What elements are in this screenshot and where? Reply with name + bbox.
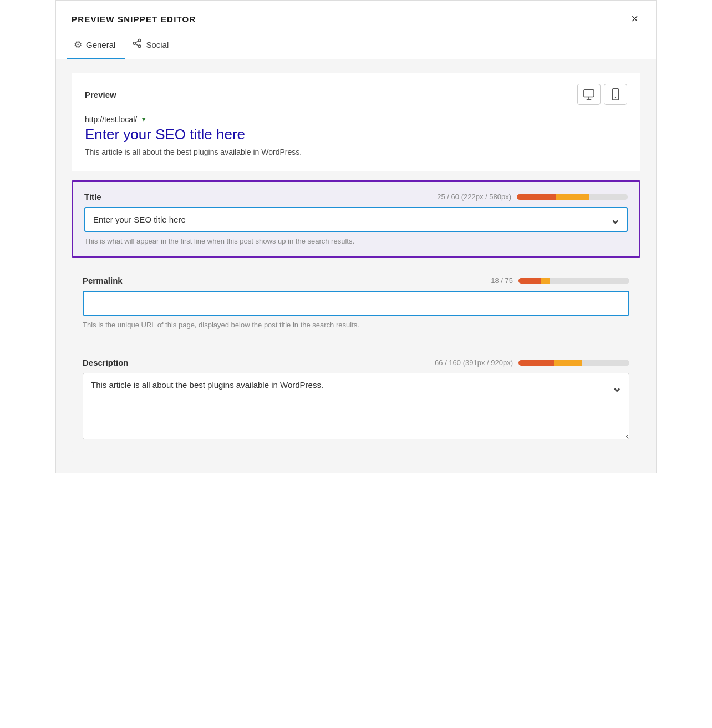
permalink-section: Permalink 18 / 75 This is the unique URL… (72, 266, 640, 340)
title-progress-seg2 (556, 194, 583, 200)
desktop-preview-button[interactable] (577, 84, 601, 105)
permalink-label: Permalink (83, 276, 123, 285)
description-field-header: Description 66 / 160 (391px / 920px) (83, 358, 629, 367)
description-progress-bar (518, 360, 629, 366)
title-progress-bar (517, 194, 628, 200)
description-meta-text: 66 / 160 (391px / 920px) (435, 358, 513, 367)
permalink-progress-seg1 (518, 278, 541, 284)
permalink-input-wrapper (83, 291, 629, 316)
title-hint: This is what will appear in the first li… (84, 236, 628, 246)
gear-icon: ⚙ (74, 39, 82, 50)
tab-general[interactable]: ⚙ General (67, 32, 125, 59)
permalink-meta: 18 / 75 (491, 276, 629, 285)
modal-title: PREVIEW SNIPPET EDITOR (72, 14, 196, 24)
description-progress-seg3 (576, 360, 582, 366)
title-meta: 25 / 60 (222px / 580px) (437, 193, 628, 201)
tab-general-label: General (86, 40, 115, 49)
permalink-progress-seg2 (541, 278, 550, 284)
title-input-wrapper: ⌄ (84, 207, 628, 232)
preview-label: Preview (85, 90, 116, 99)
modal-header: PREVIEW SNIPPET EDITOR × (56, 1, 656, 27)
svg-line-4 (136, 41, 139, 43)
preview-snippet-editor-modal: PREVIEW SNIPPET EDITOR × ⚙ General Socia… (55, 0, 657, 473)
close-button[interactable]: × (629, 11, 640, 27)
title-progress-seg3 (583, 194, 589, 200)
description-progress-remainder (582, 360, 629, 366)
title-progress-remainder (589, 194, 628, 200)
social-icon (132, 38, 142, 51)
preview-url: http://test.local/ ▼ (85, 115, 627, 124)
description-label: Description (83, 358, 129, 367)
description-progress-seg1 (518, 360, 554, 366)
permalink-field-header: Permalink 18 / 75 (83, 276, 629, 285)
description-progress-seg2 (554, 360, 576, 366)
permalink-hint: This is the unique URL of this page, dis… (83, 320, 629, 330)
preview-section: Preview (72, 73, 640, 171)
description-textarea[interactable]: This article is all about the best plugi… (83, 373, 629, 439)
svg-line-3 (136, 44, 139, 46)
title-label: Title (84, 192, 101, 201)
svg-rect-5 (584, 90, 594, 97)
tab-social-label: Social (146, 40, 169, 49)
preview-description: This article is all about the best plugi… (85, 146, 627, 158)
permalink-progress-bar (518, 278, 629, 284)
title-progress-seg1 (517, 194, 556, 200)
permalink-progress-remainder (550, 278, 629, 284)
description-section: Description 66 / 160 (391px / 920px) Thi… (72, 348, 640, 452)
preview-icons (577, 84, 627, 105)
svg-rect-8 (613, 89, 619, 100)
title-field-header: Title 25 / 60 (222px / 580px) (84, 192, 628, 201)
permalink-input[interactable] (83, 291, 629, 316)
permalink-meta-text: 18 / 75 (491, 276, 513, 285)
url-dropdown-arrow: ▼ (140, 115, 147, 123)
title-input[interactable] (84, 207, 628, 232)
title-section: Title 25 / 60 (222px / 580px) ⌄ This is … (72, 180, 640, 258)
title-meta-text: 25 / 60 (222px / 580px) (437, 193, 511, 201)
preview-header: Preview (85, 84, 627, 105)
tab-social[interactable]: Social (125, 32, 179, 59)
preview-url-text: http://test.local/ (85, 115, 137, 124)
mobile-preview-button[interactable] (604, 84, 627, 105)
preview-seo-title: Enter your SEO title here (85, 126, 627, 143)
description-textarea-wrapper: This article is all about the best plugi… (83, 373, 629, 442)
tabs-container: ⚙ General Social (56, 32, 656, 59)
modal-body: Preview (56, 59, 656, 473)
description-meta: 66 / 160 (391px / 920px) (435, 358, 629, 367)
